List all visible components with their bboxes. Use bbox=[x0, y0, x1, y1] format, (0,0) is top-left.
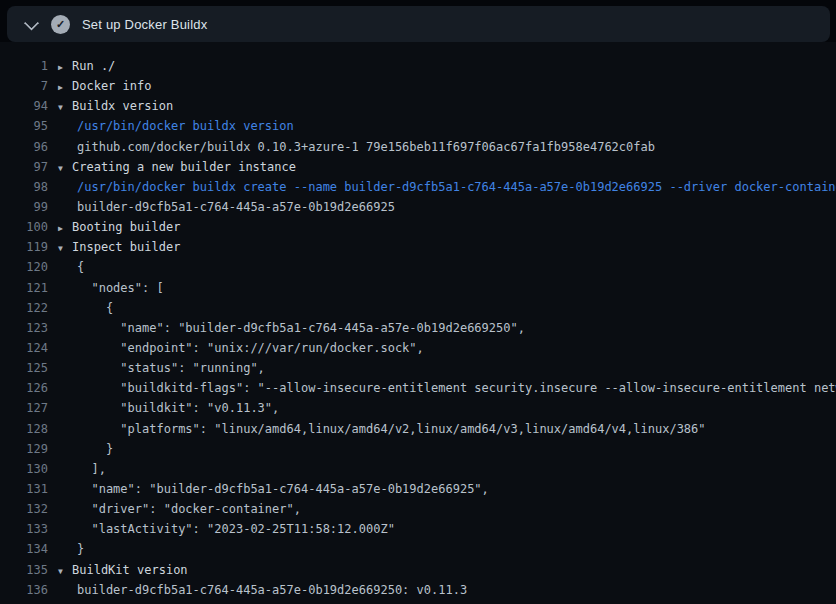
group-toggle-icon: ▶ bbox=[58, 78, 72, 98]
log-text: Booting builder bbox=[72, 217, 180, 237]
group-toggle-icon: ▶ bbox=[58, 58, 72, 78]
log-line: 134 } bbox=[0, 539, 836, 559]
line-number[interactable]: 127 bbox=[0, 398, 48, 418]
log-line[interactable]: 119 ▼ Inspect builder bbox=[0, 237, 836, 257]
log-line: 136 builder-d9cfb5a1-c764-445a-a57e-0b19… bbox=[0, 580, 836, 600]
log-line: 133 "lastActivity": "2023-02-25T11:58:12… bbox=[0, 519, 836, 539]
line-number[interactable]: 100 bbox=[0, 217, 48, 237]
log-text: BuildKit version bbox=[72, 560, 188, 580]
chevron-down-icon[interactable] bbox=[23, 19, 39, 30]
log-line[interactable]: 100 ▶ Booting builder bbox=[0, 217, 836, 237]
log-text: /usr/bin/docker buildx version bbox=[77, 116, 294, 136]
log-text: } bbox=[77, 539, 84, 559]
log-text: "status": "running", bbox=[77, 358, 265, 378]
log-text: "endpoint": "unix:///var/run/docker.sock… bbox=[77, 338, 424, 358]
log-text: "name": "builder-d9cfb5a1-c764-445a-a57e… bbox=[77, 318, 525, 338]
log-line[interactable]: 97 ▼ Creating a new builder instance bbox=[0, 157, 836, 177]
log-line: 120 { bbox=[0, 257, 836, 277]
log-text: /usr/bin/docker buildx create --name bui… bbox=[77, 177, 836, 197]
log-line: 127 "buildkit": "v0.11.3", bbox=[0, 398, 836, 418]
line-number[interactable]: 128 bbox=[0, 419, 48, 439]
workflow-log-panel: ✓ Set up Docker Buildx 1 ▶ Run ./ 7 ▶ Do… bbox=[0, 0, 836, 604]
line-number[interactable]: 126 bbox=[0, 378, 48, 398]
step-header[interactable]: ✓ Set up Docker Buildx bbox=[7, 6, 830, 42]
log-text: Run ./ bbox=[72, 56, 115, 76]
log-line: 96 github.com/docker/buildx 0.10.3+azure… bbox=[0, 137, 836, 157]
log-line[interactable]: 7 ▶ Docker info bbox=[0, 76, 836, 96]
line-number[interactable]: 96 bbox=[0, 137, 48, 157]
log-text: "buildkitd-flags": "--allow-insecure-ent… bbox=[77, 378, 836, 398]
log-line[interactable]: 94 ▼ Buildx version bbox=[0, 96, 836, 116]
log-line: 124 "endpoint": "unix:///var/run/docker.… bbox=[0, 338, 836, 358]
line-number[interactable]: 97 bbox=[0, 157, 48, 177]
log-line[interactable]: 1 ▶ Run ./ bbox=[0, 56, 836, 76]
log-text: "platforms": "linux/amd64,linux/amd64/v2… bbox=[77, 419, 706, 439]
line-number[interactable]: 129 bbox=[0, 439, 48, 459]
line-number[interactable]: 7 bbox=[0, 76, 48, 96]
log-text: } bbox=[77, 439, 113, 459]
log-line: 132 "driver": "docker-container", bbox=[0, 499, 836, 519]
log-text: { bbox=[77, 298, 113, 318]
log-line: 98 /usr/bin/docker buildx create --name … bbox=[0, 177, 836, 197]
group-toggle-icon: ▼ bbox=[58, 239, 72, 259]
line-number[interactable]: 121 bbox=[0, 278, 48, 298]
log-text: { bbox=[77, 257, 84, 277]
line-number[interactable]: 124 bbox=[0, 338, 48, 358]
log-text: ], bbox=[77, 459, 106, 479]
line-number[interactable]: 131 bbox=[0, 479, 48, 499]
line-number[interactable]: 130 bbox=[0, 459, 48, 479]
log-line: 125 "status": "running", bbox=[0, 358, 836, 378]
group-toggle-icon: ▼ bbox=[58, 98, 72, 118]
log-text: builder-d9cfb5a1-c764-445a-a57e-0b19d2e6… bbox=[77, 580, 467, 600]
line-number[interactable]: 136 bbox=[0, 580, 48, 600]
group-toggle-icon: ▼ bbox=[58, 562, 72, 582]
group-toggle-icon: ▶ bbox=[58, 219, 72, 239]
line-number[interactable]: 99 bbox=[0, 197, 48, 217]
log-text: "nodes": [ bbox=[77, 278, 164, 298]
log-text: Inspect builder bbox=[72, 237, 180, 257]
line-number[interactable]: 123 bbox=[0, 318, 48, 338]
line-number[interactable]: 95 bbox=[0, 116, 48, 136]
line-number[interactable]: 135 bbox=[0, 560, 48, 580]
log-line: 130 ], bbox=[0, 459, 836, 479]
log-text: "name": "builder-d9cfb5a1-c764-445a-a57e… bbox=[77, 479, 489, 499]
log-text: "buildkit": "v0.11.3", bbox=[77, 398, 279, 418]
log-text: "lastActivity": "2023-02-25T11:58:12.000… bbox=[77, 519, 395, 539]
line-number[interactable]: 134 bbox=[0, 539, 48, 559]
group-toggle-icon: ▼ bbox=[58, 159, 72, 179]
log-line: 122 { bbox=[0, 298, 836, 318]
line-number[interactable]: 133 bbox=[0, 519, 48, 539]
log-line: 121 "nodes": [ bbox=[0, 278, 836, 298]
log-line: 128 "platforms": "linux/amd64,linux/amd6… bbox=[0, 419, 836, 439]
line-number[interactable]: 94 bbox=[0, 96, 48, 116]
line-number[interactable]: 125 bbox=[0, 358, 48, 378]
line-number[interactable]: 132 bbox=[0, 499, 48, 519]
log-viewer: 1 ▶ Run ./ 7 ▶ Docker info 94 ▼ Buildx v… bbox=[0, 42, 836, 604]
log-line: 126 "buildkitd-flags": "--allow-insecure… bbox=[0, 378, 836, 398]
line-number[interactable]: 120 bbox=[0, 257, 48, 277]
log-line: 99 builder-d9cfb5a1-c764-445a-a57e-0b19d… bbox=[0, 197, 836, 217]
log-line: 129 } bbox=[0, 439, 836, 459]
log-line[interactable]: 135 ▼ BuildKit version bbox=[0, 560, 836, 580]
log-line: 131 "name": "builder-d9cfb5a1-c764-445a-… bbox=[0, 479, 836, 499]
log-text: "driver": "docker-container", bbox=[77, 499, 301, 519]
log-line: 123 "name": "builder-d9cfb5a1-c764-445a-… bbox=[0, 318, 836, 338]
log-text: Buildx version bbox=[72, 96, 173, 116]
log-text: Docker info bbox=[72, 76, 151, 96]
log-line: 95 /usr/bin/docker buildx version bbox=[0, 116, 836, 136]
line-number[interactable]: 119 bbox=[0, 237, 48, 257]
line-number[interactable]: 122 bbox=[0, 298, 48, 318]
line-number[interactable]: 1 bbox=[0, 56, 48, 76]
log-text: Creating a new builder instance bbox=[72, 157, 296, 177]
line-number[interactable]: 98 bbox=[0, 177, 48, 197]
log-text: github.com/docker/buildx 0.10.3+azure-1 … bbox=[77, 137, 655, 157]
step-status-check-icon: ✓ bbox=[51, 15, 70, 34]
step-title: Set up Docker Buildx bbox=[82, 17, 207, 32]
log-text: builder-d9cfb5a1-c764-445a-a57e-0b19d2e6… bbox=[77, 197, 395, 217]
